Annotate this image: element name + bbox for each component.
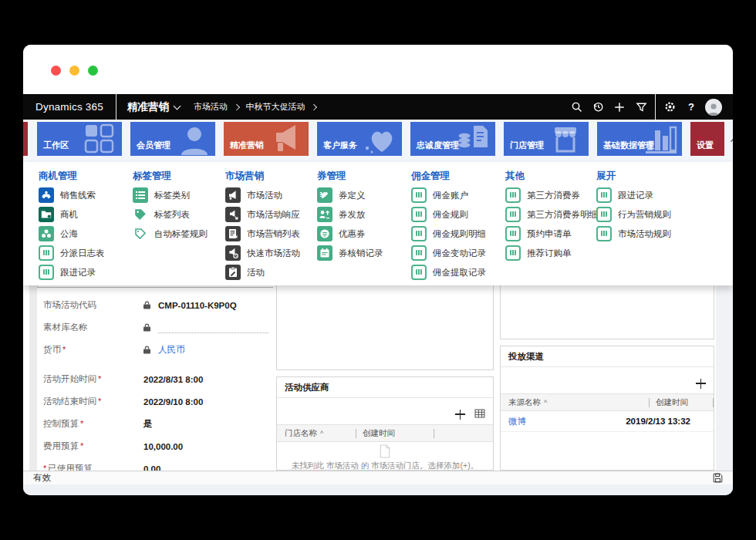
end-date-value[interactable]: 2022/9/10 8:00: [143, 397, 203, 407]
tile-loyalty[interactable]: 忠诚度管理: [410, 122, 495, 156]
column-header[interactable]: 创建时间: [650, 397, 713, 408]
menu-item-thirdparty-coupons[interactable]: 第三方消费券: [505, 187, 598, 203]
tiles-scroll-right-icon[interactable]: [731, 137, 733, 142]
budget-control-value[interactable]: 是: [143, 418, 153, 430]
breadcrumb-campaigns[interactable]: 市场活动: [194, 101, 228, 113]
menu-item-reservation-requests[interactable]: 预约申请单: [505, 226, 598, 241]
menu-column-title: 券管理: [317, 170, 383, 183]
right-gutter: [716, 285, 733, 471]
menu-item-coupons[interactable]: 优惠券: [317, 226, 383, 241]
menu-item-thirdparty-coupon-details[interactable]: 第三方消费券明细: [505, 207, 598, 222]
menu-item-commission-rule-details[interactable]: 佣金规则明细: [411, 226, 486, 241]
table-row[interactable]: 微博 2019/2/13 13:32: [501, 411, 714, 432]
entity-icon: [411, 187, 427, 203]
menu-item-campaigns[interactable]: 市场活动: [225, 187, 300, 203]
entity-icon: [505, 187, 521, 203]
avatar[interactable]: [705, 99, 722, 116]
navbar-actions: ?: [565, 94, 733, 120]
menu-item-leads[interactable]: 销售线索: [39, 187, 105, 203]
tile-stores[interactable]: 门店管理: [504, 122, 589, 156]
top-navbar: Dynamics 365 精准营销 市场活动 中秋节大促活动: [23, 94, 733, 120]
campaign-code-value[interactable]: CMP-01110-K9P0Q: [143, 301, 237, 310]
summary-field-panel: 市场活动代码 CMP-01110-K9P0Q 素材库名称 货币 人民币 活动开始…: [37, 287, 273, 471]
menu-item-commission-withdrawals[interactable]: 佣金提取记录: [411, 265, 486, 280]
currency-link[interactable]: 人民币: [158, 344, 185, 356]
breadcrumb-record[interactable]: 中秋节大促活动: [245, 101, 305, 113]
traffic-light-minimize[interactable]: [69, 66, 79, 76]
menu-item-recommended-orders[interactable]: 推荐订购单: [505, 245, 598, 261]
sitemap-mega-menu: 商机管理 销售线索 商机 公海 分派日志表 跟进记录 标签管理 标签类别: [23, 162, 733, 285]
budget-value[interactable]: 10,000.00: [143, 442, 183, 451]
clipboard-icon: [225, 265, 241, 280]
filter-icon[interactable]: [630, 94, 652, 120]
menu-item-quick-campaigns[interactable]: 快速市场活动: [225, 245, 300, 261]
currency-value: 人民币: [143, 344, 185, 356]
tile-precision-marketing[interactable]: 精准营销: [224, 122, 309, 156]
grid-view-icon[interactable]: [474, 407, 485, 421]
menu-item-behavior-marketing-rules[interactable]: 行为营销规则: [596, 207, 671, 222]
subgrid-title: 活动供应商: [277, 377, 493, 398]
add-record-icon[interactable]: [696, 379, 706, 389]
settings-icon[interactable]: [659, 94, 680, 120]
menu-item-campaign-rules[interactable]: 市场活动规则: [596, 226, 671, 241]
created-time: 2019/2/13 13:32: [626, 417, 714, 426]
tile-partial-left[interactable]: [23, 122, 28, 156]
menu-item-coupon-redemption-log[interactable]: 券核销记录: [317, 245, 383, 261]
brand-logo[interactable]: Dynamics 365: [23, 101, 116, 113]
phone-icon: [39, 187, 54, 203]
menu-item-auto-tag-rules[interactable]: 自动标签规则: [133, 226, 208, 241]
tile-workspace[interactable]: 工作区: [37, 122, 122, 156]
column-header[interactable]: 创建时间: [356, 428, 434, 439]
save-icon[interactable]: [713, 473, 723, 483]
menu-item-commission-changes[interactable]: 佣金变动记录: [411, 245, 486, 261]
navbar-divider: [655, 94, 656, 120]
subgrid-toolbar: [501, 373, 714, 393]
menu-item-coupon-definition[interactable]: ¥ 券定义: [317, 187, 383, 203]
menu-item-commission-account[interactable]: 佣金账户: [411, 187, 486, 203]
menu-item-tag-list[interactable]: 标签列表: [133, 207, 208, 222]
lock-icon: [143, 301, 150, 309]
asset-library-value[interactable]: [143, 322, 273, 333]
traffic-light-zoom[interactable]: [88, 66, 98, 76]
menu-column-commission: 佣金管理 佣金账户 佣金规则 佣金规则明细 佣金变动记录 佣金提取记录: [411, 170, 486, 280]
field-row: 活动结束时间 2022/9/10 8:00: [37, 390, 273, 413]
menu-item-activities[interactable]: 活动: [225, 265, 300, 280]
tile-settings[interactable]: 设置: [690, 122, 724, 156]
grid-icon: [79, 123, 120, 155]
column-header[interactable]: 门店名称^: [277, 428, 356, 439]
circles-icon: [39, 226, 54, 241]
traffic-light-close[interactable]: [51, 66, 61, 76]
column-header[interactable]: 来源名称^: [501, 397, 649, 408]
help-icon[interactable]: ?: [680, 94, 702, 120]
folder-icon: [39, 207, 54, 222]
add-icon[interactable]: [609, 94, 630, 120]
menu-item-marketing-lists[interactable]: 市场营销列表: [225, 226, 300, 241]
menu-item-dispatch-log[interactable]: 分派日志表: [39, 245, 105, 261]
menu-item-followup[interactable]: 跟进记录: [39, 265, 105, 280]
chevron-right-icon: [311, 104, 317, 110]
person-icon: [172, 123, 214, 155]
tile-members[interactable]: 会员管理: [130, 122, 215, 156]
app-window: Dynamics 365 精准营销 市场活动 中秋节大促活动: [23, 45, 733, 495]
breadcrumb: 市场活动 中秋节大促活动: [194, 101, 316, 113]
tile-base-data[interactable]: 基础数据管理: [597, 122, 682, 156]
menu-item-followup-records[interactable]: 跟进记录: [596, 187, 671, 203]
chevron-right-icon: [234, 104, 240, 110]
field-label: 素材库名称: [43, 322, 143, 333]
app-switcher[interactable]: 精准营销: [116, 100, 186, 114]
subgrid-column-headers: 来源名称^ 创建时间: [501, 393, 714, 411]
menu-item-coupon-issue[interactable]: 券发放: [317, 207, 383, 222]
tile-customer-service[interactable]: 客户服务: [317, 122, 402, 156]
menu-item-campaign-responses[interactable]: 市场活动响应: [225, 207, 300, 222]
channel-link[interactable]: 微博: [501, 416, 526, 427]
entity-icon: [39, 265, 54, 280]
add-record-icon[interactable]: [455, 410, 465, 420]
menu-item-opportunity[interactable]: 商机: [39, 207, 105, 222]
start-date-value[interactable]: 2022/8/31 8:00: [143, 375, 203, 384]
recent-icon[interactable]: [587, 94, 609, 120]
menu-item-commission-rules[interactable]: 佣金规则: [411, 207, 486, 222]
search-icon[interactable]: [565, 94, 587, 120]
menu-item-tag-category[interactable]: 标签类别: [133, 187, 208, 203]
list-icon: [133, 187, 148, 203]
menu-item-pool[interactable]: 公海: [39, 226, 105, 241]
